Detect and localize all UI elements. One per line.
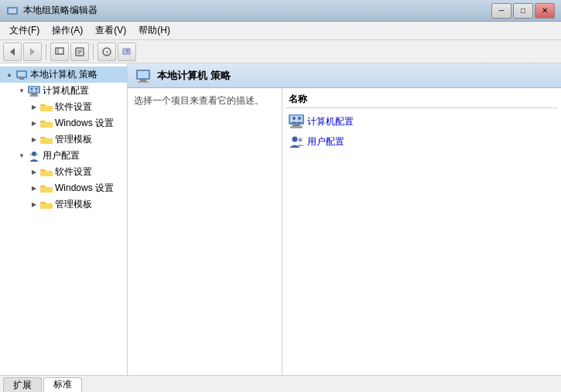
tab-expand[interactable]: 扩展	[3, 377, 42, 392]
minimize-button[interactable]: ─	[491, 3, 511, 19]
tree-item-windows-settings-1[interactable]: ▶ Windows 设置	[0, 115, 127, 131]
toolbar: ?	[0, 40, 561, 63]
menu-view[interactable]: 查看(V)	[89, 22, 132, 39]
main-container: ▲ 本地计算机 策略 ▼	[0, 63, 561, 375]
title-bar-text: 本地组策略编辑器	[23, 4, 491, 17]
svg-rect-2	[10, 13, 15, 15]
folder-icon-admin-1	[40, 134, 53, 146]
tree-item-windows-settings-2[interactable]: ▶ Windows 设置	[0, 180, 127, 196]
properties-button[interactable]	[70, 43, 89, 61]
svg-point-38	[292, 137, 298, 142]
folder-icon-software-2	[40, 166, 53, 179]
computer-config-item-icon	[289, 114, 304, 129]
show-tree-button[interactable]	[50, 43, 69, 61]
tab-standard[interactable]: 标准	[43, 377, 82, 392]
title-bar-icon	[6, 5, 19, 17]
svg-rect-34	[292, 124, 300, 126]
tree-item-admin-templates-2-label: 管理模板	[55, 198, 92, 211]
svg-point-24	[36, 87, 38, 90]
svg-rect-5	[56, 48, 63, 54]
svg-rect-35	[290, 126, 303, 128]
tree-item-software-settings-1[interactable]: ▶ 软件设置	[0, 99, 127, 115]
items-pane: 名称	[282, 88, 561, 375]
user-config-icon	[28, 150, 40, 162]
svg-rect-29	[138, 71, 149, 78]
svg-point-27	[36, 153, 39, 155]
computer-config-icon	[28, 85, 40, 97]
svg-point-23	[31, 87, 33, 90]
expand-icon-windows-2: ▶	[28, 182, 40, 195]
tree-item-computer-config-label: 计算机配置	[43, 84, 89, 97]
menu-bar: 文件(F) 操作(A) 查看(V) 帮助(H)	[0, 22, 561, 40]
computer-config-item-label: 计算机配置	[307, 115, 354, 128]
menu-help[interactable]: 帮助(H)	[132, 22, 176, 39]
tree-item-admin-templates-2[interactable]: ▶ 管理模板	[0, 196, 127, 213]
tree-item-user-config-label: 用户配置	[43, 149, 80, 162]
svg-marker-4	[30, 48, 35, 56]
tree-item-windows-settings-2-label: Windows 设置	[55, 182, 114, 195]
tree-item-admin-templates-1[interactable]: ▶ 管理模板	[0, 131, 127, 148]
tree-panel[interactable]: ▲ 本地计算机 策略 ▼	[0, 63, 128, 375]
svg-rect-1	[9, 9, 16, 13]
svg-rect-31	[138, 81, 149, 83]
root-policy-icon	[15, 69, 28, 81]
svg-point-25	[32, 152, 36, 156]
svg-point-36	[292, 117, 296, 120]
svg-marker-3	[10, 48, 15, 56]
expand-icon-root: ▲	[3, 69, 15, 81]
folder-icon-admin-2	[40, 199, 53, 211]
svg-rect-30	[140, 80, 146, 81]
right-header-icon	[135, 68, 151, 84]
svg-point-26	[30, 153, 32, 155]
tree-item-windows-settings-1-label: Windows 设置	[55, 117, 114, 130]
right-panel: 本地计算机 策略 选择一个项目来查看它的描述。 名称	[128, 63, 561, 375]
items-list: 计算机配置 用户配置	[286, 108, 558, 155]
folder-icon-windows-1	[40, 118, 53, 130]
expand-icon-admin-2: ▶	[28, 199, 40, 211]
toolbar-separator-1	[46, 44, 46, 60]
tree-item-root[interactable]: ▲ 本地计算机 策略	[0, 66, 127, 83]
tree-item-admin-templates-1-label: 管理模板	[55, 133, 92, 146]
toolbar-separator-2	[93, 44, 94, 60]
svg-text:?: ?	[105, 49, 109, 56]
column-name: 名称	[289, 93, 555, 106]
user-config-item-icon	[289, 134, 304, 149]
items-header: 名称	[286, 91, 558, 108]
svg-rect-22	[29, 95, 39, 97]
back-button[interactable]	[3, 43, 22, 61]
expand-icon-admin-1: ▶	[28, 134, 40, 146]
menu-action[interactable]: 操作(A)	[46, 22, 89, 39]
export-button[interactable]	[118, 43, 136, 61]
right-content: 选择一个项目来查看它的描述。 名称	[128, 88, 561, 375]
expand-icon-software-2: ▶	[28, 166, 40, 179]
expand-icon-computer-config: ▼	[15, 85, 28, 97]
svg-point-37	[298, 117, 301, 120]
menu-file[interactable]: 文件(F)	[3, 22, 46, 39]
svg-rect-17	[18, 72, 26, 77]
expand-icon-software-1: ▶	[28, 101, 40, 114]
folder-icon-windows-2	[40, 182, 53, 195]
help-button[interactable]: ?	[97, 43, 116, 61]
right-header: 本地计算机 策略	[128, 63, 561, 88]
tree-item-software-settings-2[interactable]: ▶ 软件设置	[0, 164, 127, 180]
title-bar: 本地组策略编辑器 ─ □ ✕	[0, 0, 561, 22]
maximize-button[interactable]: □	[513, 3, 533, 19]
user-config-item-label: 用户配置	[307, 135, 344, 148]
description-text: 选择一个项目来查看它的描述。	[134, 95, 264, 106]
expand-icon-windows-1: ▶	[28, 118, 40, 130]
svg-rect-18	[19, 78, 24, 80]
close-button[interactable]: ✕	[535, 3, 555, 19]
tree-item-root-label: 本地计算机 策略	[30, 68, 97, 81]
tree-item-computer-config[interactable]: ▼ 计算机配置	[0, 83, 127, 99]
title-bar-controls: ─ □ ✕	[491, 3, 555, 19]
description-pane: 选择一个项目来查看它的描述。	[128, 88, 282, 375]
forward-button[interactable]	[23, 43, 42, 61]
right-header-title: 本地计算机 策略	[157, 69, 231, 83]
bottom-tabs: 扩展 标准	[0, 375, 561, 392]
item-row-computer-config[interactable]: 计算机配置	[286, 111, 558, 131]
expand-icon-user-config: ▼	[15, 150, 28, 162]
folder-icon-software-1	[40, 101, 53, 114]
tree-item-software-settings-1-label: 软件设置	[55, 101, 92, 114]
item-row-user-config[interactable]: 用户配置	[286, 131, 558, 152]
tree-item-user-config[interactable]: ▼ 用户配置	[0, 148, 127, 164]
